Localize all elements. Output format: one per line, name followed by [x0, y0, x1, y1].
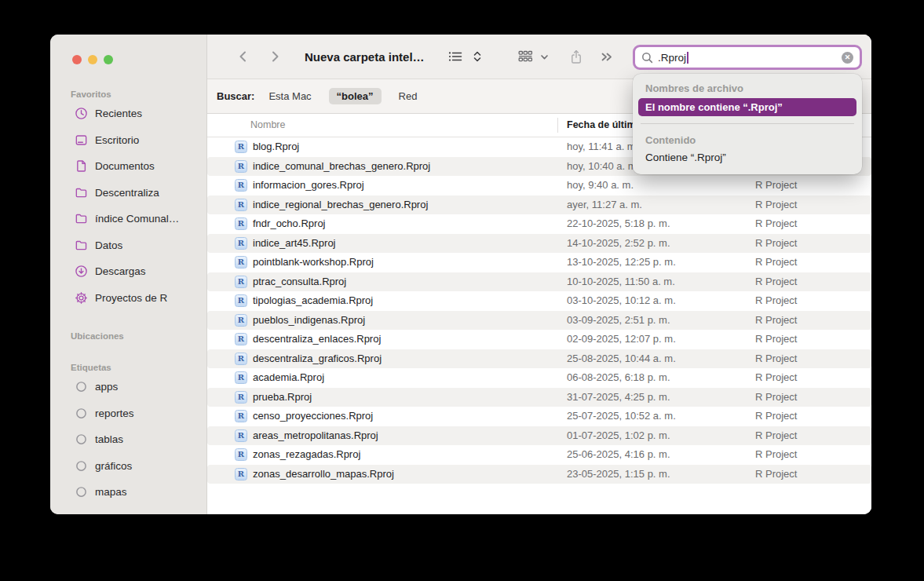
file-date: hoy, 9:40 a. m. — [567, 179, 634, 191]
sidebar-sections: FavoritosRecientesEscritorioDocumentosDe… — [50, 88, 206, 506]
file-date: 02-09-2025, 12:07 p. m. — [567, 333, 676, 345]
r-project-file-icon: R — [235, 468, 247, 481]
table-row[interactable]: Rareas_metropolitanas.Rproj01-07-2025, 1… — [207, 426, 871, 446]
r-project-file-icon: R — [235, 353, 247, 365]
sidebar-item-tablas[interactable]: tablas — [50, 426, 206, 453]
r-project-file-icon: R — [235, 391, 247, 404]
r-project-file-icon: R — [235, 256, 247, 269]
suggestion-group-content: Contenido — [633, 133, 862, 147]
r-project-file-icon: R — [235, 294, 247, 307]
r-project-file-icon: R — [235, 237, 247, 250]
table-row[interactable]: Rinformacion_gores.Rprojhoy, 9:40 a. m.R… — [207, 176, 871, 195]
table-row[interactable]: Rptrac_consulta.Rproj10-10-2025, 11:50 a… — [207, 272, 871, 292]
sidebar-item-descentraliza[interactable]: Descentraliza — [50, 180, 206, 206]
sidebar-item-label: reportes — [95, 407, 134, 419]
forward-button[interactable] — [267, 49, 283, 64]
table-row[interactable]: Rpueblos_indigenas.Rproj03-09-2025, 2:51… — [207, 311, 871, 331]
tag-icon — [74, 459, 88, 473]
file-date: 14-10-2025, 2:52 p. m. — [567, 237, 670, 249]
sidebar-item-mapas[interactable]: mapas — [50, 479, 206, 506]
sort-toggle-icon[interactable] — [473, 50, 482, 63]
sidebar-section-ubicaciones: Ubicaciones — [50, 330, 206, 342]
file-date: 23-05-2025, 1:15 p. m. — [567, 468, 670, 480]
table-row[interactable]: Rdescentraliza_graficos.Rproj25-08-2025,… — [207, 349, 871, 369]
sidebar-item-label: Proyectos de R — [95, 292, 167, 304]
file-name: zonas_rezagadas.Rproj — [253, 448, 360, 460]
file-kind: R Project — [755, 333, 797, 345]
table-row[interactable]: Racademia.Rproj06-08-2025, 6:18 p. m.R P… — [207, 368, 871, 388]
r-project-file-icon: R — [235, 217, 247, 230]
r-project-file-icon: R — [235, 276, 247, 288]
sidebar-section-header: Favoritos — [50, 88, 206, 100]
suggestion-content-contains[interactable]: Contiene “.Rproj” — [633, 152, 862, 163]
file-name: areas_metropolitanas.Rproj — [253, 429, 378, 441]
file-date: 13-10-2025, 12:25 p. m. — [567, 256, 676, 268]
group-chevron-down-icon[interactable] — [539, 52, 550, 62]
file-kind: R Project — [755, 217, 797, 229]
r-project-file-icon: R — [235, 371, 247, 384]
column-header-name[interactable]: Nombre — [250, 119, 285, 130]
sidebar-item-documentos[interactable]: Documentos — [50, 153, 206, 180]
file-name: censo_proyecciones.Rproj — [253, 410, 373, 422]
sidebar-item-reportes[interactable]: reportes — [50, 400, 206, 427]
file-name: academia.Rproj — [253, 371, 324, 383]
list-view-icon[interactable] — [448, 50, 463, 63]
more-toolbar-items-icon[interactable] — [600, 51, 613, 63]
sidebar-item-apps[interactable]: apps — [50, 374, 206, 400]
search-field[interactable]: .Rproj ✕ — [633, 45, 862, 70]
file-name: indice_regional_brechas_genero.Rproj — [253, 199, 428, 210]
sidebar-item-datos[interactable]: Datos — [50, 232, 206, 259]
sidebar-item-label: índice Comunal… — [95, 213, 179, 225]
r-project-file-icon: R — [235, 199, 247, 211]
table-row[interactable]: Rprueba.Rproj31-07-2025, 4:25 p. m.R Pro… — [207, 388, 871, 407]
sidebar-item-label: mapas — [95, 486, 127, 498]
file-kind: R Project — [755, 237, 797, 249]
table-row[interactable]: Rpointblank-workshop.Rproj13-10-2025, 12… — [207, 253, 871, 272]
table-row[interactable]: Rfndr_ocho.Rproj22-10-2025, 5:18 p. m.R … — [207, 214, 871, 234]
suggestion-filename-contains[interactable]: El nombre contiene “.Rproj” — [638, 98, 856, 116]
file-list: Rblog.Rprojhoy, 11:41 a. m.R ProjectRind… — [207, 137, 871, 514]
sidebar-item-proyectos-de-r[interactable]: Proyectos de R — [50, 285, 206, 312]
sidebar-item-label: tablas — [95, 433, 123, 445]
file-date: 10-10-2025, 11:50 a. m. — [567, 276, 675, 287]
sidebar-item-indice-comunal[interactable]: índice Comunal… — [50, 206, 206, 232]
file-name: fndr_ocho.Rproj — [253, 217, 326, 229]
finder-window: FavoritosRecientesEscritorioDocumentosDe… — [50, 35, 871, 514]
file-name: blog.Rproj — [253, 141, 299, 152]
back-button[interactable] — [236, 49, 251, 64]
search-input[interactable]: .Rproj — [658, 52, 686, 64]
r-project-file-icon: R — [235, 160, 247, 173]
sidebar-item-descargas[interactable]: Descargas — [50, 258, 206, 285]
table-row[interactable]: Rcenso_proyecciones.Rproj25-07-2025, 10:… — [207, 407, 871, 426]
table-row[interactable]: Rzonas_desarrollo_mapas.Rproj23-05-2025,… — [207, 465, 871, 484]
file-date: 01-07-2025, 1:02 p. m. — [567, 429, 670, 441]
sidebar-item-label: gráficos — [95, 460, 132, 472]
zoom-window-button[interactable] — [104, 55, 113, 64]
scope-option-bolea[interactable]: “bolea” — [329, 88, 382, 104]
toolbar: Nueva carpeta intel… — [207, 35, 871, 79]
window-controls — [72, 55, 113, 64]
table-row[interactable]: Rindice_art45.Rproj14-10-2025, 2:52 p. m… — [207, 234, 871, 254]
table-row[interactable]: Rtipologias_academia.Rproj03-10-2025, 10… — [207, 291, 871, 311]
close-window-button[interactable] — [72, 55, 82, 64]
table-row[interactable]: Rindice_regional_brechas_genero.Rprojaye… — [207, 195, 871, 215]
group-view-icon[interactable] — [518, 50, 533, 63]
file-date: 03-09-2025, 2:51 p. m. — [567, 314, 670, 326]
file-date: 03-10-2025, 10:12 a. m. — [567, 294, 676, 306]
clear-search-icon[interactable]: ✕ — [842, 52, 853, 64]
table-row[interactable]: Rzonas_rezagadas.Rproj25-06-2025, 4:16 p… — [207, 445, 871, 465]
sidebar-item-recientes[interactable]: Recientes — [50, 100, 206, 127]
table-row[interactable]: Rdescentraliza_enlaces.Rproj02-09-2025, … — [207, 330, 871, 349]
file-date: hoy, 10:40 a. m. — [567, 160, 639, 172]
column-divider[interactable] — [557, 118, 558, 133]
share-icon[interactable] — [570, 49, 583, 64]
sidebar-item-graficos[interactable]: gráficos — [50, 453, 206, 480]
sidebar-item-escritorio[interactable]: Escritorio — [50, 127, 206, 154]
scope-option-red[interactable]: Red — [397, 88, 419, 104]
scope-label: Buscar: — [217, 90, 254, 102]
file-date: ayer, 11:27 a. m. — [567, 199, 642, 210]
sidebar-section-header: Etiquetas — [50, 361, 206, 374]
search-icon — [641, 52, 653, 64]
scope-option-esta-mac[interactable]: Esta Mac — [267, 88, 312, 104]
minimize-window-button[interactable] — [88, 55, 97, 64]
